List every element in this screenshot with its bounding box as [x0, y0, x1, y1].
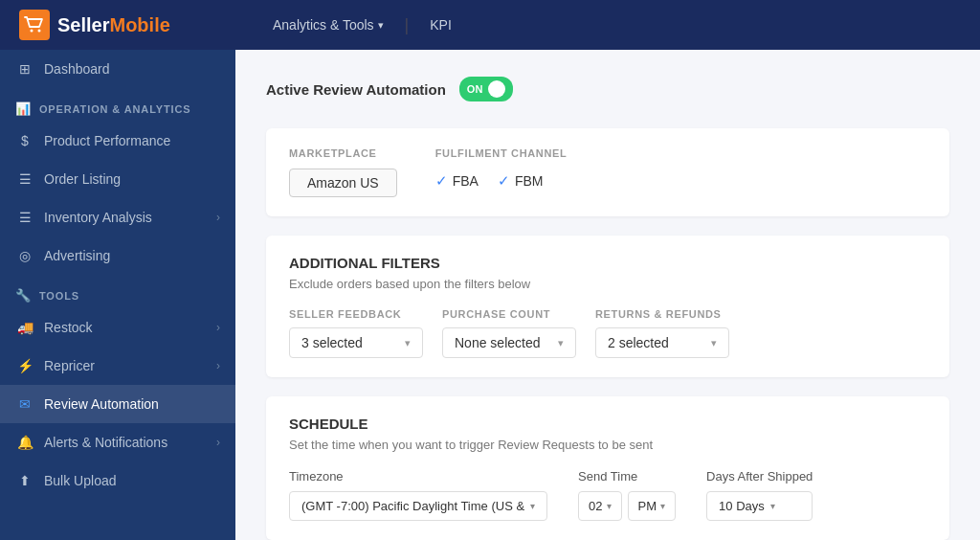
sidebar-section-operation: 📊 OPERATION & ANALYTICS — [0, 88, 235, 122]
bulk-upload-label: Bulk Upload — [44, 473, 117, 488]
review-icon: ✉ — [15, 394, 34, 414]
send-period-arrow-icon: ▾ — [660, 501, 665, 511]
toggle-on-text: ON — [467, 83, 483, 95]
mf-row: MARKETPLACE Amazon US FULFILMENT CHANNEL… — [289, 147, 926, 197]
active-review-label: Active Review Automation — [266, 81, 446, 98]
additional-filters-title: ADDITIONAL FILTERS — [289, 255, 926, 271]
marketplace-col: MARKETPLACE Amazon US — [289, 147, 397, 197]
fba-check-icon: ✓ — [435, 172, 448, 190]
send-hour-value: 02 — [589, 499, 602, 513]
returns-refunds-arrow-icon: ▾ — [711, 337, 717, 349]
schedule-title: SCHEDULE — [289, 416, 926, 432]
tools-section-icon: 🔧 — [15, 288, 32, 303]
analytics-tools-nav[interactable]: Analytics & Tools ▾ — [263, 11, 393, 38]
sidebar-item-order-listing[interactable]: ☰ Order Listing — [0, 160, 235, 198]
bulk-upload-icon: ⬆ — [15, 471, 34, 490]
dashboard-icon: ⊞ — [15, 59, 34, 79]
cart-icon — [19, 10, 50, 40]
timezone-arrow-icon: ▾ — [530, 501, 535, 511]
days-after-value: 10 Days — [719, 499, 765, 513]
schedule-row: Timezone (GMT -7:00) Pacific Daylight Ti… — [289, 469, 926, 521]
sidebar-item-review-automation[interactable]: ✉ Review Automation — [0, 385, 235, 423]
additional-filters-desc: Exclude orders based upon the filters be… — [289, 277, 926, 291]
fba-label: FBA — [453, 173, 479, 189]
send-hour-arrow-icon: ▾ — [607, 501, 612, 511]
analytics-chevron-icon: ▾ — [378, 19, 384, 32]
advertising-label: Advertising — [44, 248, 110, 263]
send-time-group: 02 ▾ PM ▾ — [578, 491, 676, 521]
tools-section-label: TOOLS — [39, 290, 79, 302]
seller-feedback-col: SELLER FEEDBACK 3 selected ▾ — [289, 308, 423, 358]
alerts-icon: 🔔 — [15, 433, 34, 452]
kpi-nav[interactable]: KPI — [420, 11, 461, 38]
days-after-col: Days After Shipped 10 Days ▾ — [706, 469, 813, 521]
svg-rect-0 — [19, 10, 50, 40]
toggle-circle — [488, 80, 505, 98]
timezone-dropdown[interactable]: (GMT -7:00) Pacific Daylight Time (US & … — [289, 491, 547, 521]
returns-refunds-dropdown[interactable]: 2 selected ▾ — [595, 327, 729, 358]
logo-mobile: Mobile — [109, 14, 169, 36]
sidebar-dashboard-label: Dashboard — [44, 61, 110, 77]
order-listing-label: Order Listing — [44, 171, 121, 187]
sidebar-item-advertising[interactable]: ◎ Advertising — [0, 236, 235, 275]
sidebar-item-bulk-upload[interactable]: ⬆ Bulk Upload — [0, 461, 235, 500]
product-performance-label: Product Performance — [44, 133, 170, 148]
sidebar-item-dashboard[interactable]: ⊞ Dashboard — [0, 50, 235, 88]
operation-section-icon: 📊 — [15, 101, 32, 116]
filters-row: SELLER FEEDBACK 3 selected ▾ PURCHASE CO… — [289, 308, 926, 358]
sidebar: ⊞ Dashboard 📊 OPERATION & ANALYTICS $ Pr… — [0, 50, 235, 540]
repricer-chevron-icon: › — [216, 359, 220, 372]
nav-links: Analytics & Tools ▾ | KPI — [263, 11, 461, 38]
marketplace-section: MARKETPLACE Amazon US FULFILMENT CHANNEL… — [266, 128, 949, 216]
operation-section-label: OPERATION & ANALYTICS — [39, 103, 191, 115]
sidebar-item-repricer[interactable]: ⚡ Repricer › — [0, 347, 235, 385]
analytics-tools-label: Analytics & Tools — [273, 17, 374, 33]
review-automation-label: Review Automation — [44, 396, 159, 412]
fbm-check-icon: ✓ — [498, 172, 510, 190]
seller-feedback-arrow-icon: ▾ — [405, 337, 411, 349]
fulfilment-options: ✓ FBA ✓ FBM — [435, 169, 568, 190]
marketplace-badge[interactable]: Amazon US — [289, 169, 397, 197]
restock-icon: 🚚 — [15, 318, 34, 337]
sidebar-item-restock[interactable]: 🚚 Restock › — [0, 308, 235, 347]
svg-point-1 — [31, 30, 33, 33]
product-icon: $ — [15, 131, 34, 150]
returns-refunds-col: RETURNS & REFUNDS 2 selected ▾ — [595, 308, 729, 358]
timezone-label: Timezone — [289, 469, 547, 484]
logo-seller: Seller — [57, 14, 109, 36]
sidebar-item-product-performance[interactable]: $ Product Performance — [0, 122, 235, 160]
alerts-chevron-icon: › — [216, 436, 220, 449]
send-period-dropdown[interactable]: PM ▾ — [628, 491, 677, 521]
seller-feedback-value: 3 selected — [301, 335, 363, 350]
timezone-col: Timezone (GMT -7:00) Pacific Daylight Ti… — [289, 469, 547, 521]
days-after-arrow-icon: ▾ — [770, 501, 775, 511]
fulfilment-label: FULFILMENT CHANNEL — [435, 147, 568, 159]
marketplace-label: MARKETPLACE — [289, 147, 397, 159]
restock-chevron-icon: › — [216, 321, 220, 334]
send-time-col: Send Time 02 ▾ PM ▾ — [578, 469, 676, 521]
purchase-count-dropdown[interactable]: None selected ▾ — [442, 327, 576, 358]
additional-filters-section: ADDITIONAL FILTERS Exclude orders based … — [266, 236, 949, 377]
sidebar-item-inventory-analysis[interactable]: ☰ Inventory Analysis › — [0, 198, 235, 236]
fbm-option[interactable]: ✓ FBM — [498, 172, 544, 190]
content-area: Active Review Automation ON MARKETPLACE … — [235, 50, 980, 540]
seller-feedback-label: SELLER FEEDBACK — [289, 308, 423, 320]
timezone-value: (GMT -7:00) Pacific Daylight Time (US & — [301, 499, 524, 513]
active-toggle[interactable]: ON — [459, 77, 514, 101]
days-after-dropdown[interactable]: 10 Days ▾ — [706, 491, 813, 521]
sidebar-item-alerts[interactable]: 🔔 Alerts & Notifications › — [0, 423, 235, 461]
restock-label: Restock — [44, 320, 93, 335]
alerts-notifications-label: Alerts & Notifications — [44, 435, 167, 450]
send-hour-dropdown[interactable]: 02 ▾ — [578, 491, 621, 521]
returns-refunds-label: RETURNS & REFUNDS — [595, 308, 729, 320]
schedule-section: SCHEDULE Set the time when you want to t… — [266, 396, 949, 540]
nav-divider: | — [405, 15, 410, 35]
order-icon: ☰ — [15, 169, 34, 189]
days-after-label: Days After Shipped — [706, 469, 813, 484]
purchase-count-arrow-icon: ▾ — [558, 337, 564, 349]
sidebar-section-tools: 🔧 TOOLS — [0, 275, 235, 308]
inventory-analysis-label: Inventory Analysis — [44, 210, 152, 225]
svg-point-2 — [38, 30, 41, 33]
fba-option[interactable]: ✓ FBA — [435, 172, 479, 190]
seller-feedback-dropdown[interactable]: 3 selected ▾ — [289, 327, 423, 358]
